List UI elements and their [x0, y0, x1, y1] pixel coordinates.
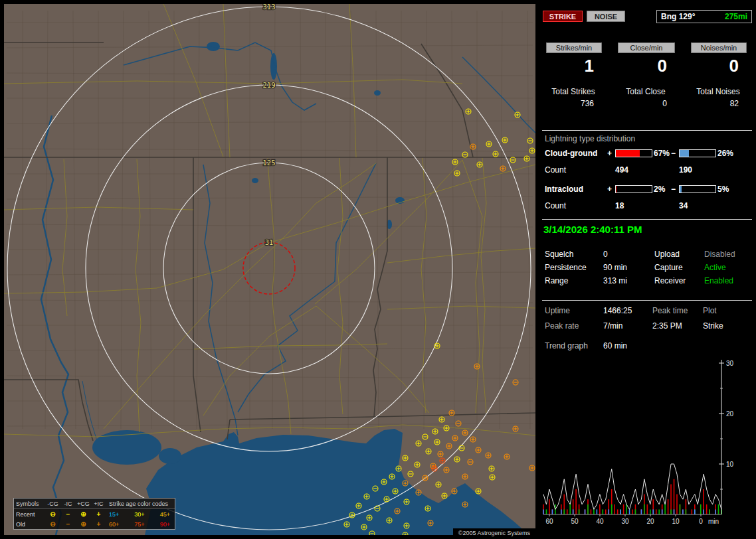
lightning-map[interactable]: 31321912531 — [4, 4, 535, 535]
ic-plus-symbol-icon: + — [91, 520, 106, 528]
strike-lamp-button[interactable]: STRIKE — [543, 11, 583, 22]
age-code-15: 15+ — [109, 511, 119, 518]
range-ring-label: 125 — [262, 159, 275, 167]
close-per-min-value: 0 — [618, 56, 674, 76]
receiver-label: Receiver — [654, 276, 686, 285]
close-per-min-header[interactable]: Close/min — [618, 42, 675, 53]
cg-minus-symbol-icon: ⊖ — [45, 520, 60, 528]
total-strikes-value: 736 — [546, 99, 601, 108]
minus-sign: − — [671, 149, 676, 158]
total-noises-value: 82 — [691, 99, 745, 108]
peak-rate-label: Peak rate — [545, 321, 579, 331]
age-code-90: 90+ — [160, 521, 170, 528]
legend-header-row: Symbols -CG -IC +CG +IC Strike age color… — [14, 499, 175, 509]
svg-text:30: 30 — [621, 518, 629, 525]
cg-plus-percent: 67% — [654, 149, 670, 158]
ic-minus-count: 34 — [679, 201, 688, 210]
svg-text:20: 20 — [646, 518, 654, 525]
cg-plus-bar — [615, 149, 652, 157]
ic-plus-bar-fill — [616, 186, 616, 193]
count-label: Count — [545, 201, 566, 210]
lake — [207, 42, 220, 51]
ic-minus-symbol-icon: − — [60, 520, 76, 528]
receiver-status: Enabled — [704, 276, 733, 285]
ic-plus-bar — [615, 185, 652, 193]
upload-status: Disabled — [704, 250, 735, 259]
ic-plus-percent: 2% — [654, 185, 665, 194]
minus-sign: − — [671, 185, 676, 194]
svg-text:10: 10 — [672, 518, 680, 525]
persistence-label: Persistence — [545, 263, 587, 272]
legend-col-cg-plus: +CG — [76, 501, 91, 507]
uptime-value: 1466:25 — [603, 306, 632, 315]
range-ring-label: 31 — [265, 239, 274, 246]
svg-text:0: 0 — [699, 518, 703, 525]
total-close-label: Total Close — [618, 87, 674, 96]
svg-text:min: min — [708, 518, 719, 525]
cloud-ground-row: Cloud-ground + 67% − 26% — [538, 149, 756, 158]
total-close-value: 0 — [618, 99, 674, 108]
count-label: Count — [545, 165, 566, 175]
intracloud-label: Intracloud — [545, 185, 583, 194]
uptime-label: Uptime — [545, 306, 570, 315]
noises-per-min-value: 0 — [691, 56, 745, 76]
cg-minus-count: 190 — [679, 165, 692, 175]
svg-text:10: 10 — [726, 461, 734, 468]
map-area[interactable]: 31321912531 Symbols -CG -IC +CG +IC Stri… — [4, 4, 535, 535]
plot-value: Strike — [703, 321, 723, 331]
age-codes-row-1: 15+ 30+ 45+ — [106, 511, 173, 518]
bearing-label: Bng 129° — [661, 12, 695, 21]
plot-label: Plot — [703, 306, 717, 315]
trend-graph-label: Trend graph — [545, 341, 588, 350]
bearing-distance: 275mi — [725, 12, 747, 21]
noises-per-min-header[interactable]: Noises/min — [691, 42, 747, 53]
range-ring-label: 219 — [262, 82, 275, 89]
capture-label: Capture — [654, 263, 683, 272]
cg-plus-count: 494 — [615, 165, 628, 175]
noise-lamp-button[interactable]: NOISE — [587, 11, 625, 22]
peak-time-label: Peak time — [652, 306, 688, 315]
legend-old-row: Old ⊖ − ⊕ + 60+ 75+ 90+ — [14, 519, 175, 529]
svg-text:40: 40 — [596, 518, 604, 525]
separator — [542, 130, 752, 131]
legend-age-title: Strike age color codes — [106, 501, 173, 507]
trend-graph-header: Trend graph 60 min — [538, 341, 756, 352]
lake — [374, 90, 381, 96]
range-label: Range — [545, 276, 568, 285]
squelch-value: 0 — [603, 250, 608, 259]
legend-col-ic-minus: -IC — [60, 501, 76, 507]
cg-minus-bar-fill — [680, 150, 689, 157]
copyright-notice: ©2005 Astrogenic Systems — [453, 528, 535, 538]
separator — [542, 300, 752, 301]
lake — [252, 178, 258, 183]
persistence-value: 90 min — [603, 263, 627, 272]
lake-borgne — [159, 448, 181, 464]
strikes-per-min-value: 1 — [546, 56, 601, 76]
separator — [542, 219, 752, 220]
status-row: Range 313 mi Receiver Enabled — [538, 276, 756, 289]
bearing-readout: Bng 129° 275mi — [656, 10, 752, 23]
status-row: Persistence 90 min Capture Active — [538, 263, 756, 276]
range-value: 313 mi — [603, 276, 627, 285]
age-code-60: 60+ — [109, 521, 119, 528]
age-codes-row-2: 60+ 75+ 90+ — [106, 521, 173, 528]
age-code-30: 30+ — [134, 511, 144, 518]
trend-graph: 1020306050403020100min — [538, 356, 756, 539]
svg-text:60: 60 — [545, 518, 553, 525]
cg-plus-bar-fill — [616, 150, 640, 157]
distribution-title: Lightning type distribution — [545, 134, 635, 143]
stats-row: Uptime 1466:25 Peak time Plot — [538, 306, 756, 319]
ic-plus-count: 18 — [615, 201, 624, 210]
cloud-ground-count-row: Count 494 190 — [538, 165, 756, 175]
cloud-ground-label: Cloud-ground — [545, 149, 597, 158]
peak-rate-value: 7/min — [603, 321, 622, 331]
capture-status: Active — [704, 263, 726, 272]
intracloud-count-row: Count 18 34 — [538, 201, 756, 210]
peak-time-value: 2:35 PM — [652, 321, 682, 331]
age-code-45: 45+ — [160, 511, 170, 518]
legend-col-ic-plus: +IC — [91, 501, 106, 507]
cg-minus-bar — [679, 149, 716, 157]
control-panel: STRIKE NOISE Bng 129° 275mi Strikes/min … — [538, 0, 756, 539]
app-window: 31321912531 Symbols -CG -IC +CG +IC Stri… — [0, 0, 756, 539]
strikes-per-min-header[interactable]: Strikes/min — [546, 42, 602, 53]
